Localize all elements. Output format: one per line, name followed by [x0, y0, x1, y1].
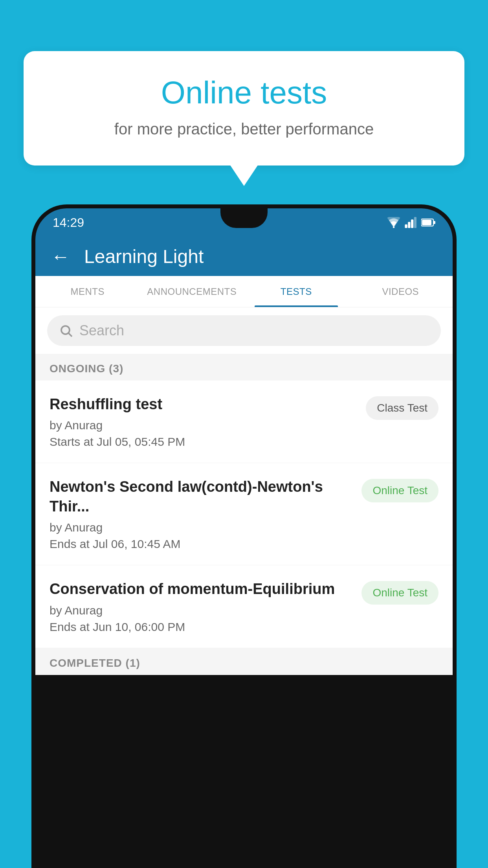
- test-item[interactable]: Reshuffling test by Anurag Starts at Jul…: [35, 381, 453, 463]
- test-item[interactable]: Newton's Second law(contd)-Newton's Thir…: [35, 463, 453, 565]
- signal-icon: [405, 217, 417, 228]
- test-badge-class: Class Test: [366, 396, 438, 420]
- tab-assignments[interactable]: MENTS: [35, 276, 140, 307]
- test-time: Ends at Jul 06, 10:45 AM: [50, 537, 354, 551]
- search-bar: Search: [35, 307, 453, 354]
- ongoing-label: ONGOING (3): [50, 362, 123, 375]
- test-item[interactable]: Conservation of momentum-Equilibrium by …: [35, 565, 453, 648]
- notch: [220, 208, 268, 228]
- svg-rect-3: [411, 219, 413, 228]
- svg-rect-6: [422, 220, 431, 225]
- test-badge-online: Online Test: [361, 479, 438, 502]
- test-badge-online: Online Test: [361, 581, 438, 605]
- search-placeholder: Search: [79, 322, 124, 339]
- test-info: Reshuffling test by Anurag Starts at Jul…: [50, 395, 366, 449]
- svg-point-8: [61, 326, 70, 334]
- test-name: Conservation of momentum-Equilibrium: [50, 579, 354, 599]
- svg-line-9: [69, 333, 72, 337]
- test-info: Conservation of momentum-Equilibrium by …: [50, 579, 361, 633]
- app-header: ← Learning Light: [35, 237, 453, 276]
- search-input-wrap[interactable]: Search: [47, 315, 441, 346]
- status-bar: 14:29: [35, 208, 453, 237]
- tab-announcements[interactable]: ANNOUNCEMENTS: [140, 276, 244, 307]
- bubble-title: Online tests: [55, 75, 433, 111]
- test-by: by Anurag: [50, 419, 358, 432]
- ongoing-section-header: ONGOING (3): [35, 354, 453, 381]
- battery-icon: [421, 218, 435, 227]
- test-name: Newton's Second law(contd)-Newton's Thir…: [50, 477, 354, 516]
- tab-tests[interactable]: TESTS: [244, 276, 349, 307]
- app-title: Learning Light: [84, 246, 204, 267]
- test-info: Newton's Second law(contd)-Newton's Thir…: [50, 477, 361, 551]
- back-button[interactable]: ←: [51, 246, 70, 267]
- test-time: Ends at Jun 10, 06:00 PM: [50, 620, 354, 634]
- test-by: by Anurag: [50, 604, 354, 617]
- completed-label: COMPLETED (1): [50, 657, 140, 669]
- wifi-icon: [387, 217, 401, 228]
- tab-videos[interactable]: VIDEOS: [349, 276, 453, 307]
- phone-frame: 14:29: [31, 204, 457, 868]
- speech-bubble: Online tests for more practice, better p…: [24, 51, 464, 166]
- svg-rect-4: [414, 217, 416, 228]
- test-by: by Anurag: [50, 521, 354, 534]
- phone-inner: 14:29: [35, 208, 453, 868]
- speech-bubble-section: Online tests for more practice, better p…: [24, 51, 464, 166]
- completed-section-header: COMPLETED (1): [35, 648, 453, 675]
- search-icon: [59, 324, 73, 338]
- test-name: Reshuffling test: [50, 395, 358, 414]
- screen-content: Search ONGOING (3) Reshuffling test by A…: [35, 307, 453, 675]
- svg-rect-7: [433, 221, 435, 224]
- test-time: Starts at Jul 05, 05:45 PM: [50, 435, 358, 449]
- tab-bar: MENTS ANNOUNCEMENTS TESTS VIDEOS: [35, 276, 453, 307]
- status-icons: [387, 217, 435, 228]
- test-list: Reshuffling test by Anurag Starts at Jul…: [35, 381, 453, 648]
- svg-rect-1: [405, 224, 407, 228]
- svg-rect-2: [408, 222, 410, 228]
- bubble-subtitle: for more practice, better performance: [55, 120, 433, 138]
- status-time: 14:29: [53, 215, 84, 230]
